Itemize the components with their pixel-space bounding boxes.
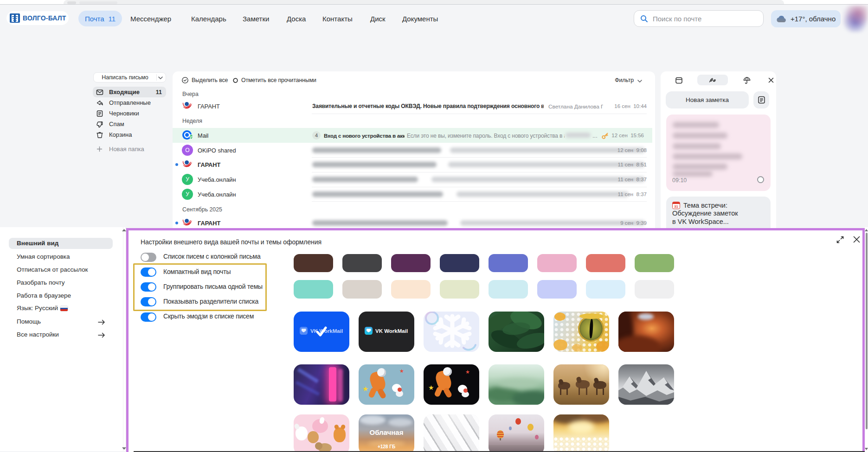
svg-text:31: 31 [674,204,678,209]
